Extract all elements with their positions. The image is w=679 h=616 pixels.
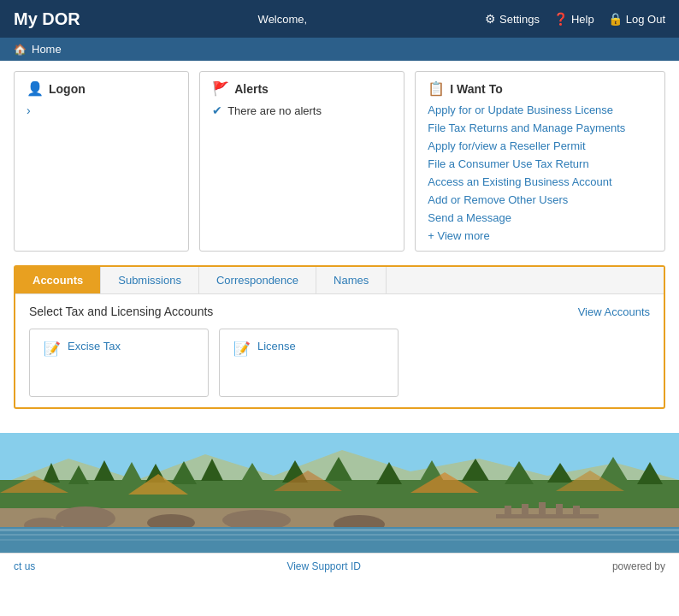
header: My DOR Welcome, ⚙ Settings ❓ Help 🔒 Log …	[0, 0, 679, 38]
svg-rect-32	[522, 504, 528, 518]
tabs-header: AccountsSubmissionsCorrespondenceNames	[15, 267, 664, 294]
iwantto-panel-header: 📋 I Want To	[428, 80, 652, 97]
iwantto-link-2[interactable]: Apply for/view a Reseller Permit	[428, 139, 652, 152]
iwantto-links: Apply for or Update Business LicenseFile…	[428, 104, 652, 242]
alert-message: There are no alerts	[227, 104, 322, 117]
logout-label: Log Out	[626, 13, 665, 26]
help-link[interactable]: ❓ Help	[553, 12, 594, 26]
iwantto-link-5[interactable]: Add or Remove Other Users	[428, 193, 652, 206]
settings-label: Settings	[499, 13, 540, 26]
accounts-grid: 📝 Excise Tax 📝 License	[29, 329, 650, 397]
account-card-0[interactable]: 📝 Excise Tax	[29, 329, 209, 397]
svg-rect-35	[573, 506, 580, 518]
home-icon: 🏠	[14, 44, 27, 56]
footer: ct us View Support ID powered by	[0, 553, 679, 579]
powered-by-text: powered by	[612, 560, 665, 572]
account-card-icon-1: 📝	[233, 341, 251, 357]
app-title: My DOR	[14, 9, 80, 29]
iwantto-link-0[interactable]: Apply for or Update Business License	[428, 104, 652, 116]
alerts-title: Alerts	[234, 82, 269, 96]
logon-panel: 👤 Logon ›	[14, 71, 189, 252]
main-content: 👤 Logon › 🚩 Alerts ✔ There are no alerts…	[0, 61, 679, 419]
user-icon: 👤	[27, 80, 44, 97]
iwantto-title: I Want To	[450, 82, 502, 96]
iwantto-link-3[interactable]: File a Consumer Use Tax Return	[428, 157, 652, 170]
header-actions: ⚙ Settings ❓ Help 🔒 Log Out	[485, 12, 665, 26]
logon-expand-arrow[interactable]: ›	[27, 104, 176, 117]
tab-names[interactable]: Names	[316, 267, 387, 293]
flag-icon: 🚩	[212, 80, 229, 97]
settings-icon: ⚙	[485, 12, 496, 26]
account-card-label-0: Excise Tax	[68, 340, 121, 352]
help-label: Help	[571, 13, 594, 26]
svg-rect-33	[539, 502, 546, 518]
svg-rect-28	[0, 534, 679, 536]
iwantto-link-6[interactable]: Send a Message	[428, 211, 652, 224]
landscape-svg	[0, 433, 679, 553]
checkmark-icon: ✔	[212, 104, 222, 117]
svg-point-21	[56, 506, 115, 530]
svg-rect-31	[505, 506, 511, 518]
account-card-icon-0: 📝	[44, 341, 61, 357]
landscape-image	[0, 433, 679, 553]
svg-rect-34	[556, 504, 563, 518]
tab-accounts[interactable]: Accounts	[15, 267, 101, 293]
logon-title: Logon	[49, 82, 86, 96]
contact-link[interactable]: ct us	[14, 560, 35, 572]
iwantto-link-4[interactable]: Access an Existing Business Account	[428, 175, 652, 188]
welcome-text: Welcome,	[80, 13, 485, 26]
alerts-panel: 🚩 Alerts ✔ There are no alerts	[199, 71, 404, 252]
alert-item: ✔ There are no alerts	[212, 104, 392, 117]
tab-correspondence[interactable]: Correspondence	[199, 267, 316, 293]
logout-link[interactable]: 🔒 Log Out	[608, 12, 665, 26]
breadcrumb: 🏠 Home	[0, 38, 679, 61]
tab-submissions[interactable]: Submissions	[101, 267, 199, 293]
iwantto-panel: 📋 I Want To Apply for or Update Business…	[415, 71, 665, 252]
logon-panel-header: 👤 Logon	[27, 80, 176, 97]
help-icon: ❓	[553, 12, 568, 26]
lock-icon: 🔒	[608, 12, 623, 26]
svg-rect-29	[0, 539, 679, 541]
iwantto-link-1[interactable]: File Tax Returns and Manage Payments	[428, 121, 652, 134]
account-card-1[interactable]: 📝 License	[219, 329, 399, 397]
tab-section-header: Select Tax and Licensing Accounts View A…	[29, 305, 650, 318]
alerts-panel-header: 🚩 Alerts	[212, 80, 392, 97]
accounts-section-title: Select Tax and Licensing Accounts	[29, 305, 213, 318]
home-link[interactable]: Home	[32, 43, 62, 56]
svg-rect-27	[0, 529, 679, 531]
tab-content: Select Tax and Licensing Accounts View A…	[15, 294, 664, 407]
account-card-label-1: License	[257, 340, 296, 352]
panels-row: 👤 Logon › 🚩 Alerts ✔ There are no alerts…	[14, 71, 665, 252]
tabs-section: AccountsSubmissionsCorrespondenceNames S…	[14, 265, 665, 409]
view-accounts-link[interactable]: View Accounts	[578, 305, 650, 318]
settings-link[interactable]: ⚙ Settings	[485, 12, 540, 26]
iwantto-link-7[interactable]: + View more	[428, 229, 652, 242]
support-id-link[interactable]: View Support ID	[286, 560, 361, 572]
clipboard-icon: 📋	[428, 80, 445, 97]
